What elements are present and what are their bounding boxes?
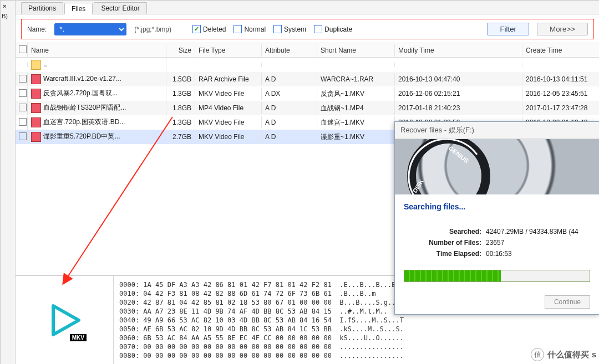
row-checkbox[interactable] [19, 75, 27, 83]
col-type[interactable]: File Type [195, 44, 262, 57]
dialog-banner: DISKGENIUS [395, 139, 599, 194]
row-checkbox[interactable] [19, 104, 27, 111]
file-attr: A D [262, 116, 317, 129]
continue-button[interactable]: Continue [545, 295, 590, 309]
watermark-text: 什么值得买 s [547, 350, 596, 360]
col-check[interactable] [16, 43, 28, 57]
file-type: MKV Video File [195, 131, 262, 143]
searched-value: 42407.29MB / 94334.83MB (44 [486, 228, 578, 235]
normal-label: Normal [244, 25, 266, 33]
file-icon [31, 89, 41, 99]
col-modify-time[interactable]: Modify Time [395, 44, 522, 57]
file-size: 1.8GB [166, 102, 195, 114]
filter-button[interactable]: Filter [487, 23, 529, 35]
tab-partitions[interactable]: Partitions [21, 2, 63, 14]
recover-dialog: Recover files - 娱乐(F:) DISKGENIUS Search… [394, 121, 599, 315]
file-type: MP4 Video File [195, 102, 262, 114]
file-short: 血战钢~1.MP4 [317, 101, 395, 115]
normal-checkbox[interactable]: Normal [233, 25, 266, 33]
tab-files[interactable]: Files [64, 3, 93, 14]
col-name[interactable]: Name [28, 44, 166, 57]
duplicate-checkbox[interactable]: Duplicate [314, 25, 352, 33]
system-checkbox[interactable]: System [273, 25, 306, 33]
file-name: 血战钢锯岭TS320P国语配... [43, 104, 126, 111]
more-button[interactable]: More>> [537, 23, 588, 35]
file-row[interactable]: 反贪风暴2.720p.国粤双... 1.3GB MKV Video File A… [16, 86, 599, 101]
file-short: 谍影重~1.MKV [317, 130, 395, 144]
file-short: WARCRA~1.RAR [317, 73, 395, 85]
preview-pane: MKV [16, 276, 114, 364]
file-row[interactable]: Warcraft.III.v1.20e-v1.27... 1.5GB RAR A… [16, 72, 599, 86]
file-attr: A D [262, 131, 317, 143]
updir-label: .. [43, 60, 47, 68]
row-checkbox[interactable] [19, 118, 27, 126]
file-type: MKV Video File [195, 88, 262, 100]
tab-bar: Partitions Files Sector Editor [16, 1, 599, 14]
elapsed-label: Time Elapsed: [404, 250, 486, 258]
deleted-label: Deleted [203, 25, 226, 33]
file-mod: 2017-01-18 21:40:23 [395, 102, 522, 114]
svg-text:GENIUS: GENIUS [448, 145, 470, 164]
play-icon: MKV [47, 303, 82, 338]
file-icon [31, 132, 41, 142]
svg-text:DISK: DISK [412, 178, 425, 194]
name-filter-hint: (*.jpg;*.bmp) [134, 25, 171, 33]
left-panel-stub: × B) [1, 1, 16, 364]
system-label: System [284, 25, 306, 33]
filter-bar: Name: *. (*.jpg;*.bmp) Deleted Normal Sy… [21, 19, 594, 39]
file-size: 1.3GB [166, 88, 195, 100]
searched-label: Searched: [404, 228, 486, 235]
file-attr: A D [262, 73, 317, 85]
deleted-checkbox[interactable]: Deleted [192, 25, 226, 33]
drive-label: B) [1, 9, 15, 23]
search-status: Searching files... [404, 202, 590, 211]
col-short-name[interactable]: Short Name [317, 44, 395, 57]
file-create: 2017-01-17 23:47:28 [522, 102, 599, 114]
file-name: 血迷宫.720p.国英双语.BD... [43, 118, 125, 126]
numfiles-label: Number of Files: [404, 239, 486, 247]
file-name: 谍影重重5.720P.BD中英... [43, 132, 120, 140]
file-attr: A D [262, 102, 317, 114]
close-icon[interactable]: × [1, 3, 15, 9]
progress-fill [404, 270, 501, 281]
col-attribute[interactable]: Attribute [262, 44, 317, 57]
file-size: 2.7GB [166, 131, 195, 143]
name-label: Name: [27, 25, 47, 33]
dialog-title: Recover files - 娱乐(F:) [395, 122, 599, 139]
col-create-time[interactable]: Create Time [522, 44, 599, 57]
file-short: 血迷宫~1.MKV [317, 116, 395, 130]
svg-marker-0 [53, 306, 79, 335]
updir-row[interactable]: .. [16, 58, 599, 72]
file-size: 1.5GB [166, 73, 195, 85]
col-size[interactable]: Size [166, 44, 195, 57]
numfiles-value: 23657 [486, 239, 504, 247]
file-mod: 2016-10-13 04:47:40 [395, 73, 522, 85]
file-row[interactable]: 血战钢锯岭TS320P国语配... 1.8GB MP4 Video File A… [16, 101, 599, 115]
file-name: 反贪风暴2.720p.国粤双... [43, 89, 118, 97]
file-create: 2016-12-05 23:45:51 [522, 88, 599, 100]
file-icon [31, 103, 41, 113]
file-short: 反贪风~1.MKV [317, 87, 395, 101]
file-create: 2016-10-13 04:11:51 [522, 73, 599, 85]
file-type: MKV Video File [195, 116, 262, 129]
file-size: 1.3GB [166, 116, 195, 129]
mkv-badge: MKV [70, 334, 87, 341]
file-icon [31, 117, 41, 127]
elapsed-value: 00:16:53 [486, 250, 512, 258]
row-checkbox[interactable] [19, 132, 27, 140]
watermark: 值 什么值得买 s [531, 348, 596, 361]
file-mod: 2016-12-06 02:15:21 [395, 88, 522, 100]
watermark-icon: 值 [531, 348, 544, 361]
file-icon [31, 74, 41, 84]
duplicate-label: Duplicate [324, 25, 352, 33]
name-filter-select[interactable]: *. [54, 23, 126, 35]
folder-icon [31, 60, 41, 70]
column-headers: Name Size File Type Attribute Short Name… [16, 43, 599, 58]
tab-sector-editor[interactable]: Sector Editor [94, 2, 146, 14]
row-checkbox[interactable] [19, 89, 27, 97]
file-type: RAR Archive File [195, 73, 262, 85]
progress-bar [404, 270, 590, 282]
file-name: Warcraft.III.v1.20e-v1.27... [43, 75, 121, 83]
file-attr: A DX [262, 88, 317, 100]
